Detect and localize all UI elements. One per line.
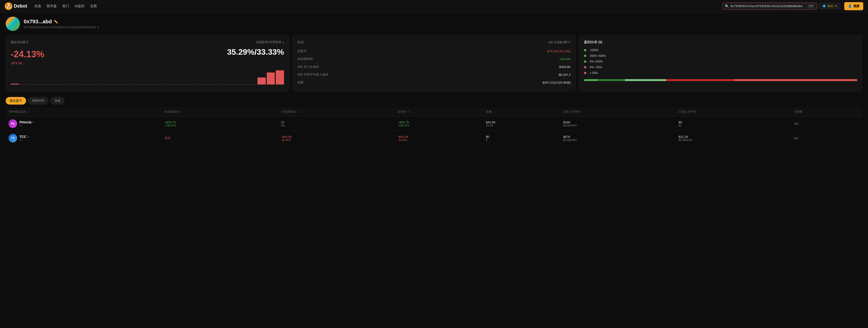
- profit-row-avg-cost: 30D 代币平均买入成本 $8,347.2: [297, 71, 571, 79]
- logo[interactable]: 🐶 Debot: [5, 2, 27, 10]
- tab-recent-pnl[interactable]: 最近盈亏: [6, 97, 26, 105]
- win-rate-value: 35.29%/33.33%: [227, 47, 284, 57]
- bar-27: [257, 78, 266, 85]
- sort-icon-total: ⇅: [408, 111, 410, 113]
- dist-dot-2: [584, 55, 586, 57]
- nav-new-listing[interactable]: 新开盘: [47, 4, 57, 8]
- th-balance: 余额: [483, 107, 560, 116]
- pnl-card: 最近30D盈亏 交易胜率/代币胜率 ℹ -24.13% -$74.5K 35.2…: [6, 35, 289, 91]
- copy-token-icon[interactable]: ⧉: [32, 121, 34, 124]
- profit-rows: 总盈亏 -$74.5K(-24.13%) 未实现利润 +$34.6K 30D 买…: [297, 47, 571, 86]
- td-total-petunia: +$26.7K +166.87%: [395, 116, 483, 131]
- bar-24: [230, 84, 239, 85]
- token-name-tcc[interactable]: TCC ⧉: [20, 135, 29, 139]
- search-shortcut: ⌘K: [807, 4, 815, 8]
- bar-3: [38, 84, 46, 85]
- profile-address: 0x79395047a7eecbf59363bc54cb2a2d288bd00a…: [24, 26, 99, 29]
- td-buy-tcc: $67K $0.0091487: [560, 131, 676, 145]
- th-total[interactable]: 总利润 ⇅: [395, 107, 483, 116]
- dist-bar-seg-4: [666, 79, 735, 81]
- nav-favorites[interactable]: 自选: [34, 4, 41, 8]
- bar-29: [276, 70, 284, 85]
- token-avatar-petunia: Pe: [8, 119, 17, 128]
- search-icon: 🔍: [725, 4, 729, 8]
- bar-6: [65, 84, 74, 85]
- profit-row-unrealized: 未实现利润 +$34.6K: [297, 55, 571, 63]
- copy-address-icon[interactable]: ⧉: [97, 26, 99, 29]
- bar-4: [47, 84, 56, 85]
- th-token[interactable]: 币种/最后活跃 ⇅: [6, 107, 162, 116]
- user-icon: 👤: [848, 4, 852, 8]
- bar-1: [20, 84, 28, 85]
- avatar: [6, 17, 20, 31]
- win-rate-label: 交易胜率/代币胜率: [256, 40, 281, 45]
- td-token-tcc: TC TCC ⧉ 2h: [6, 131, 162, 145]
- profit-title: 利润: [297, 40, 304, 45]
- bar-28: [267, 73, 275, 85]
- profile-name: 0x793...abd ✏️: [24, 19, 99, 25]
- td-sell-petunia: $0 $0: [676, 116, 791, 131]
- dist-dot-4: [584, 66, 586, 69]
- tabs-row: 最近盈亏 持有代币 活动: [0, 95, 868, 107]
- dist-row-3: 0%~200%: [584, 59, 857, 64]
- td-trades-petunia: 3/0: [791, 116, 862, 131]
- bar-8: [84, 84, 92, 85]
- copy-token-tcc-icon[interactable]: ⧉: [27, 135, 29, 138]
- th-realized[interactable]: 已实现利润 ⇅: [278, 107, 395, 116]
- pnl-card-header: 最近30D盈亏 交易胜率/代币胜率 ℹ: [11, 40, 284, 46]
- stats-grid: 最近30D盈亏 交易胜率/代币胜率 ℹ -24.13% -$74.5K 35.2…: [0, 35, 868, 95]
- search-input[interactable]: [731, 4, 806, 8]
- bar-0: [11, 84, 19, 85]
- bar-22: [212, 84, 220, 85]
- view-button[interactable]: 👤 观察: [844, 2, 863, 10]
- th-unrealized[interactable]: 未实现利润 ⇅: [162, 107, 278, 116]
- td-realized-petunia: $0 0%: [278, 116, 395, 131]
- token-name-petunia[interactable]: Petunia ⧉: [20, 120, 34, 124]
- bar-12: [120, 84, 129, 85]
- profit-card-header: 利润 30D 交易数 37/17: [297, 40, 571, 45]
- profit-balance-value: $437.21(0.625 BNB): [542, 81, 571, 84]
- dist-bar-seg-1: [584, 79, 598, 81]
- profit-card: 利润 30D 交易数 37/17 总盈亏 -$74.5K(-24.13%) 未实…: [292, 35, 576, 91]
- bar-10: [102, 84, 110, 85]
- bar-9: [93, 84, 101, 85]
- profile-section: 0x793...abd ✏️ 0x79395047a7eecbf59363bc5…: [0, 12, 868, 35]
- td-sell-tcc: $22.1K $0.0030232: [676, 131, 791, 145]
- distribution-bar: [584, 79, 857, 81]
- network-selector[interactable]: 💠 BSC ▾: [819, 3, 840, 9]
- td-total-tcc: -$44.9K -66.95%: [395, 131, 483, 145]
- td-balance-petunia: $42.8K 20.1M: [483, 116, 560, 131]
- tab-holding[interactable]: 持有代币: [28, 97, 49, 105]
- bar-11: [111, 84, 120, 85]
- dist-bar-seg-3: [625, 79, 666, 81]
- bar-16: [157, 84, 165, 85]
- token-time-petunia: 2h: [20, 124, 34, 127]
- table-header: 币种/最后活跃 ⇅ 未实现利润 ⇅ 已实现利润 ⇅ 总利润 ⇅ 余额: [6, 107, 862, 116]
- network-label: BSC: [828, 4, 834, 8]
- bar-26: [248, 84, 257, 85]
- tab-activity[interactable]: 活动: [50, 97, 65, 105]
- main-nav: 自选 新开盘 热门 AI监控 交易: [34, 4, 97, 8]
- nav-trade[interactable]: 交易: [90, 4, 97, 8]
- profile-info: 0x793...abd ✏️ 0x79395047a7eecbf59363bc5…: [24, 19, 99, 29]
- edit-icon[interactable]: ✏️: [54, 20, 58, 24]
- profit-buy-cost-value: $308.8K: [559, 65, 571, 69]
- nav-hot[interactable]: 热门: [62, 4, 69, 8]
- bar-5: [57, 84, 65, 85]
- th-sell: 已卖出 $/平均: [676, 107, 791, 116]
- sort-icon-token: ⇅: [28, 111, 30, 113]
- distribution-rows: >500% 200%~500% 0%~200% 0%~-50%: [584, 47, 857, 76]
- info-icon[interactable]: ℹ: [283, 41, 284, 45]
- td-buy-petunia: $16K $0.0007967: [560, 116, 676, 131]
- distribution-title: 盈利分布 (9): [584, 40, 602, 44]
- bar-17: [166, 84, 175, 85]
- bar-21: [203, 84, 211, 85]
- nav-ai-monitor[interactable]: AI监控: [75, 4, 85, 8]
- bar-25: [239, 84, 247, 85]
- bar-13: [129, 84, 138, 85]
- th-trades: 交易数: [791, 107, 862, 116]
- dist-dot-5: [584, 72, 586, 74]
- token-avatar-tcc: TC: [8, 134, 17, 142]
- chevron-down-icon: ▾: [835, 4, 837, 8]
- token-time-tcc: 2h: [20, 139, 29, 141]
